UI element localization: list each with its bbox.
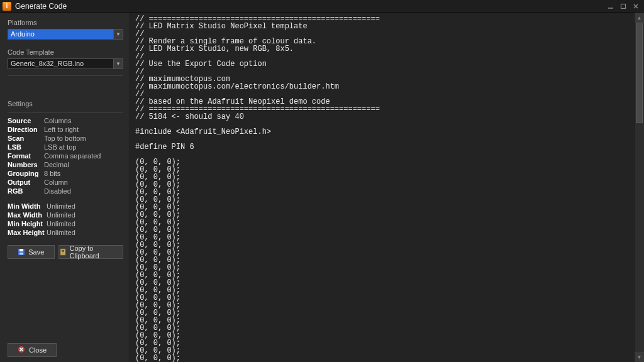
close-window-button[interactable] <box>630 2 641 11</box>
limit-value: Unlimited <box>47 211 75 219</box>
scroll-down-icon[interactable]: ▼ <box>635 352 644 362</box>
settings-row: Grouping8 bits <box>8 170 123 177</box>
settings-list: SourceColumnsDirectionLeft to rightScanT… <box>8 116 123 196</box>
divider <box>8 75 123 76</box>
divider <box>8 112 123 113</box>
scroll-thumb[interactable] <box>636 23 643 123</box>
settings-row: OutputColumn <box>8 178 123 186</box>
settings-value: 8 bits <box>44 170 60 177</box>
settings-key: Format <box>8 152 44 160</box>
settings-value: Columns <box>44 117 71 124</box>
limit-row: Max WidthUnlimited <box>8 211 123 219</box>
code-template-label: Code Template <box>8 48 123 56</box>
settings-key: Grouping <box>8 170 44 177</box>
settings-row: SourceColumns <box>8 117 123 124</box>
settings-row: NumbersDecimal <box>8 161 123 168</box>
settings-key: Scan <box>8 134 44 142</box>
button-row: Save Copy to Clipboard <box>8 245 123 259</box>
limit-row: Max HeightUnlimited <box>8 229 123 236</box>
save-icon <box>18 248 25 256</box>
settings-row: FormatComma separated <box>8 152 123 160</box>
settings-row: RGBDisabled <box>8 187 123 195</box>
settings-value: Top to bottom <box>44 134 86 142</box>
vertical-scrollbar[interactable]: ▲ ▼ <box>634 13 644 362</box>
minimize-button[interactable] <box>605 2 616 11</box>
save-button-label: Save <box>28 248 44 256</box>
settings-value: LSB at top <box>44 143 76 151</box>
svg-rect-9 <box>62 251 64 252</box>
scroll-up-icon[interactable]: ▲ <box>635 13 644 23</box>
settings-key: Numbers <box>8 161 44 168</box>
settings-row: DirectionLeft to right <box>8 126 123 133</box>
settings-key: LSB <box>8 143 44 151</box>
limit-row: Min WidthUnlimited <box>8 202 123 210</box>
settings-key: Source <box>8 117 44 124</box>
main-area: Platforms Arduino ▼ Code Template Generi… <box>0 13 644 362</box>
platform-combo-value: Arduino <box>8 30 113 39</box>
svg-rect-8 <box>62 250 64 251</box>
title-bar: i Generate Code <box>0 0 644 13</box>
settings-key: Output <box>8 178 44 186</box>
limit-key: Max Height <box>8 229 47 236</box>
limit-key: Min Height <box>8 220 47 228</box>
limits-list: Min WidthUnlimitedMax WidthUnlimitedMin … <box>8 201 123 238</box>
svg-rect-10 <box>62 253 64 253</box>
maximize-button[interactable] <box>618 2 629 11</box>
svg-rect-5 <box>19 249 23 251</box>
copy-clipboard-button[interactable]: Copy to Clipboard <box>58 245 124 259</box>
scroll-track[interactable] <box>635 23 644 352</box>
settings-value: Comma separated <box>44 152 101 160</box>
settings-label: Settings <box>8 100 123 107</box>
limit-value: Unlimited <box>47 202 75 210</box>
chevron-down-icon[interactable]: ▼ <box>113 30 123 39</box>
close-button[interactable]: Close <box>8 343 57 357</box>
template-combo-value: Generic_8x32_RGB.ino <box>8 59 113 69</box>
clipboard-icon <box>59 248 67 256</box>
settings-key: Direction <box>8 126 44 133</box>
chevron-down-icon[interactable]: ▼ <box>113 59 123 69</box>
limit-key: Max Width <box>8 211 47 219</box>
settings-value: Column <box>44 178 68 186</box>
code-panel: // =====================================… <box>130 13 644 362</box>
settings-value: Disabled <box>44 187 71 195</box>
template-combo[interactable]: Generic_8x32_RGB.ino ▼ <box>8 58 123 69</box>
sidebar: Platforms Arduino ▼ Code Template Generi… <box>0 13 130 362</box>
svg-rect-6 <box>19 253 23 255</box>
limit-key: Min Width <box>8 202 47 210</box>
platform-combo[interactable]: Arduino ▼ <box>8 29 123 40</box>
close-icon <box>18 346 25 354</box>
settings-value: Decimal <box>44 161 69 168</box>
limit-value: Unlimited <box>47 229 75 236</box>
svg-rect-1 <box>621 4 626 8</box>
close-button-label: Close <box>29 346 47 354</box>
code-text[interactable]: // =====================================… <box>130 13 634 362</box>
platforms-label: Platforms <box>8 19 123 26</box>
settings-key: RGB <box>8 187 44 195</box>
save-button[interactable]: Save <box>8 245 55 259</box>
settings-row: LSBLSB at top <box>8 143 123 151</box>
settings-value: Left to right <box>44 126 79 133</box>
limit-value: Unlimited <box>47 220 75 228</box>
limit-row: Min HeightUnlimited <box>8 220 123 228</box>
window-title: Generate Code <box>15 2 67 11</box>
copy-clipboard-label: Copy to Clipboard <box>70 244 123 260</box>
settings-row: ScanTop to bottom <box>8 134 123 142</box>
app-icon: i <box>3 2 11 11</box>
